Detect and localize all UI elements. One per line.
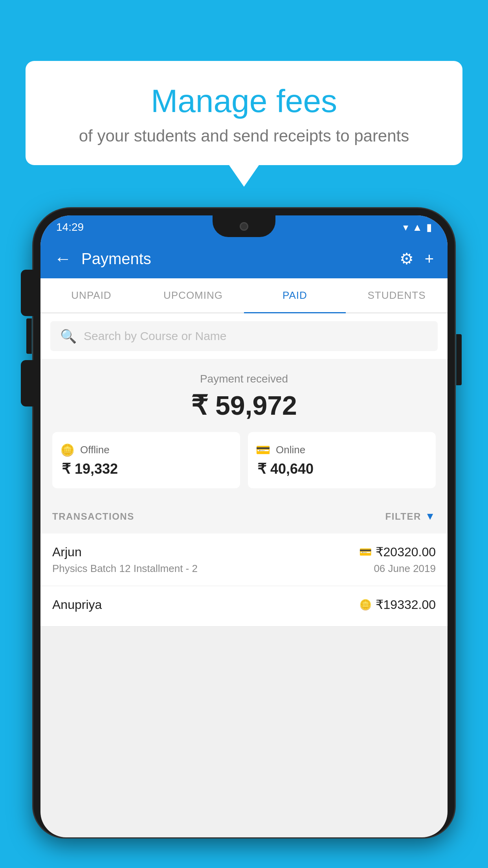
back-button[interactable]: ← [54, 249, 72, 268]
transaction-amount-2: ₹19332.00 [376, 597, 436, 612]
tab-students[interactable]: STUDENTS [346, 278, 448, 313]
online-amount: ₹ 40,640 [256, 461, 314, 477]
transaction-type-icon-2: 🪙 [359, 599, 372, 611]
filter-container[interactable]: FILTER ▼ [385, 510, 436, 522]
speech-bubble-subtitle: of your students and send receipts to pa… [49, 127, 439, 145]
notch-camera [240, 222, 248, 231]
offline-amount: ₹ 19,332 [60, 461, 118, 477]
transaction-name-1: Arjun [52, 545, 82, 559]
transaction-amount-container-1: 💳 ₹20320.00 [359, 544, 436, 559]
offline-card: 🪙 Offline ₹ 19,332 [52, 432, 240, 488]
app-bar-actions: ⚙ + [400, 250, 434, 268]
phone-inner: 14:29 ▾ ▲ ▮ ← Payments ⚙ + [40, 215, 448, 837]
add-button[interactable]: + [425, 250, 434, 268]
tab-upcoming[interactable]: UPCOMING [142, 278, 244, 313]
tab-paid[interactable]: PAID [244, 278, 346, 313]
tab-unpaid[interactable]: UNPAID [40, 278, 142, 313]
search-input[interactable]: Search by Course or Name [84, 329, 227, 343]
notch [213, 215, 275, 237]
transaction-amount-container-2: 🪙 ₹19332.00 [359, 597, 436, 612]
transaction-row[interactable]: Arjun 💳 ₹20320.00 Physics Batch 12 Insta… [40, 533, 448, 586]
speech-bubble-tail [229, 165, 259, 187]
search-container: 🔍 Search by Course or Name [40, 313, 448, 359]
search-bar[interactable]: 🔍 Search by Course or Name [50, 321, 438, 351]
transaction-top-2: Anupriya 🪙 ₹19332.00 [52, 597, 436, 612]
transactions-label: TRANSACTIONS [52, 511, 134, 522]
app-bar-title: Payments [81, 250, 390, 268]
transactions-header: TRANSACTIONS FILTER ▼ [40, 499, 448, 533]
phone-wrapper: 14:29 ▾ ▲ ▮ ← Payments ⚙ + [33, 208, 455, 868]
battery-icon: ▮ [426, 221, 432, 234]
transaction-amount-1: ₹20320.00 [376, 544, 436, 559]
status-icons: ▾ ▲ ▮ [403, 221, 432, 234]
online-card: 💳 Online ₹ 40,640 [248, 432, 436, 488]
offline-header: 🪙 Offline [60, 443, 110, 457]
transaction-name-2: Anupriya [52, 598, 102, 612]
online-icon: 💳 [256, 443, 270, 457]
transaction-type-icon-1: 💳 [359, 546, 372, 558]
tabs-bar: UNPAID UPCOMING PAID STUDENTS [40, 278, 448, 313]
wifi-icon: ▾ [403, 221, 408, 234]
payment-total-amount: ₹ 59,972 [52, 390, 436, 421]
speech-bubble-title: Manage fees [49, 83, 439, 120]
transaction-top-1: Arjun 💳 ₹20320.00 [52, 544, 436, 559]
speech-bubble: Manage fees of your students and send re… [26, 61, 462, 165]
filter-label: FILTER [385, 511, 421, 522]
filter-icon: ▼ [425, 510, 436, 522]
payment-summary: Payment received ₹ 59,972 🪙 Offline ₹ 19… [40, 359, 448, 499]
status-bar: 14:29 ▾ ▲ ▮ [40, 215, 448, 239]
app-bar: ← Payments ⚙ + [40, 239, 448, 278]
transaction-date-1: 06 June 2019 [374, 563, 436, 575]
signal-icon: ▲ [412, 221, 422, 234]
offline-label: Offline [80, 444, 110, 456]
offline-icon: 🪙 [60, 443, 75, 457]
transaction-bottom-1: Physics Batch 12 Installment - 2 06 June… [52, 563, 436, 575]
speech-bubble-wrapper: Manage fees of your students and send re… [26, 61, 462, 187]
online-header: 💳 Online [256, 443, 305, 457]
transaction-course-1: Physics Batch 12 Installment - 2 [52, 563, 198, 575]
settings-button[interactable]: ⚙ [400, 250, 414, 268]
search-icon: 🔍 [60, 328, 77, 344]
transaction-row[interactable]: Anupriya 🪙 ₹19332.00 [40, 586, 448, 627]
payment-received-label: Payment received [52, 373, 436, 385]
online-label: Online [276, 444, 305, 456]
phone-outer: 14:29 ▾ ▲ ▮ ← Payments ⚙ + [33, 208, 455, 837]
payment-cards: 🪙 Offline ₹ 19,332 💳 Online ₹ 40,640 [52, 432, 436, 488]
status-time: 14:29 [56, 221, 84, 234]
